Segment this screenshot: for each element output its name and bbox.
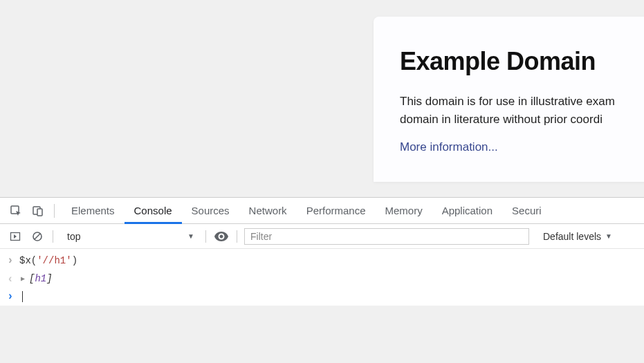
devtools-tab-bar: Elements Console Sources Network Perform… (0, 198, 644, 224)
tab-performance[interactable]: Performance (297, 198, 376, 224)
console-prompt-line[interactable] (0, 288, 644, 306)
device-toolbar-icon[interactable] (29, 202, 47, 220)
output-marker-icon (7, 272, 19, 285)
page-paragraph: This domain is for use in illustrative e… (400, 93, 644, 128)
page-viewport: Example Domain This domain is for use in… (0, 0, 644, 197)
console-output: $x('//h1') ▶ [h1] (0, 249, 644, 306)
input-marker-icon (7, 254, 19, 267)
divider (53, 230, 53, 243)
console-input-line: $x('//h1') (0, 252, 644, 270)
more-info-link[interactable]: More information... (400, 140, 498, 153)
tab-security[interactable]: Securi (502, 198, 551, 224)
tab-memory[interactable]: Memory (376, 198, 432, 224)
chevron-down-icon: ▼ (187, 232, 194, 240)
log-levels-select[interactable]: Default levels ▼ (535, 231, 616, 242)
divider (54, 204, 55, 218)
page-heading: Example Domain (400, 47, 644, 76)
divider (205, 230, 206, 243)
tab-console[interactable]: Console (125, 198, 182, 224)
expand-triangle-icon[interactable]: ▶ (21, 274, 25, 283)
toggle-sidebar-icon[interactable] (7, 228, 24, 245)
tab-application[interactable]: Application (432, 198, 502, 224)
svg-rect-2 (37, 209, 42, 216)
devtools-panel: Elements Console Sources Network Perform… (0, 197, 644, 306)
console-toolbar: top ▼ Default levels ▼ (0, 224, 644, 249)
tab-elements[interactable]: Elements (62, 198, 125, 224)
live-expression-icon[interactable] (213, 228, 230, 245)
svg-line-5 (35, 234, 40, 239)
chevron-down-icon: ▼ (605, 232, 612, 240)
console-input-code: $x('//h1') (19, 255, 77, 266)
prompt-marker-icon (7, 290, 19, 303)
context-label: top (67, 231, 80, 242)
divider (237, 230, 237, 243)
tab-network[interactable]: Network (239, 198, 297, 224)
tab-sources[interactable]: Sources (182, 198, 239, 224)
inspect-element-icon[interactable] (7, 202, 25, 220)
filter-input[interactable] (244, 228, 529, 245)
text-cursor (22, 291, 23, 302)
execution-context-select[interactable]: top ▼ (60, 228, 199, 245)
console-output-value: [h1] (29, 273, 53, 284)
levels-label: Default levels (543, 231, 601, 242)
page-content-card: Example Domain This domain is for use in… (374, 17, 644, 182)
console-output-line[interactable]: ▶ [h1] (0, 270, 644, 288)
clear-console-icon[interactable] (29, 228, 46, 245)
